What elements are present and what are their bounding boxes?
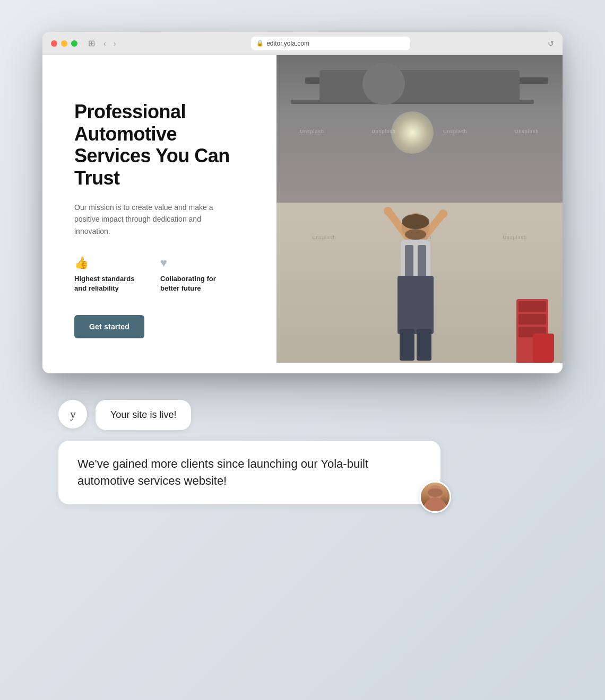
- feature-2-label: Collaborating for better future: [160, 274, 229, 293]
- site-content: Professional Automotive Services You Can…: [42, 55, 563, 373]
- address-bar[interactable]: 🔒 editor.yola.com: [251, 37, 410, 50]
- yola-avatar: y: [58, 400, 87, 428]
- chat-bubble-1-text: Your site is live!: [110, 409, 176, 420]
- workshop-floor: Unsplash Unsplash Unsplash: [276, 203, 563, 363]
- car-image-top: Unsplash Unsplash Unsplash Unsplash: [276, 55, 563, 203]
- svg-point-3: [439, 209, 447, 218]
- watermark-3: Unsplash: [443, 129, 468, 134]
- watermark-1: Unsplash: [300, 129, 325, 134]
- feature-1: 👍 Highest standards and reliability: [74, 256, 143, 293]
- mechanic-figure: [373, 202, 458, 363]
- heart-icon: ♥: [160, 256, 229, 270]
- url-text: editor.yola.com: [266, 40, 309, 47]
- chat-bubble-2: We've gained more clients since launchin…: [58, 441, 440, 504]
- thumbs-up-icon: 👍: [74, 256, 143, 270]
- address-bar-wrap: 🔒 editor.yola.com: [124, 37, 537, 50]
- site-right-panel: Unsplash Unsplash Unsplash Unsplash: [276, 55, 563, 373]
- forward-button[interactable]: ›: [111, 38, 118, 49]
- chat-row-1: y Your site is live!: [58, 400, 547, 430]
- svg-rect-9: [405, 245, 413, 282]
- watermark-2: Unsplash: [371, 129, 396, 134]
- chat-bubble-2-text: We've gained more clients since launchin…: [77, 456, 421, 489]
- hero-image: Unsplash Unsplash Unsplash Unsplash: [276, 55, 563, 363]
- watermark-7: Unsplash: [503, 235, 527, 240]
- svg-point-16: [426, 497, 445, 512]
- svg-point-14: [428, 488, 443, 497]
- reload-button[interactable]: ↺: [548, 39, 554, 48]
- chat-row-2: We've gained more clients since launchin…: [58, 441, 547, 504]
- browser-chrome: ⊞ ‹ › 🔒 editor.yola.com ↺: [42, 32, 563, 55]
- svg-point-2: [384, 207, 392, 215]
- site-description: Our mission is to create value and make …: [74, 202, 223, 237]
- watermark-6: Unsplash: [408, 235, 432, 240]
- sidebar-toggle-icon[interactable]: ⊞: [88, 38, 95, 48]
- site-heading: Professional Automotive Services You Can…: [74, 101, 250, 189]
- traffic-lights: [51, 40, 77, 47]
- user-avatar: [419, 481, 451, 513]
- site-left-panel: Professional Automotive Services You Can…: [42, 55, 276, 373]
- get-started-button[interactable]: Get started: [74, 315, 144, 338]
- feature-1-label: Highest standards and reliability: [74, 274, 143, 293]
- watermark-5: Unsplash: [312, 235, 336, 240]
- user-face: [421, 483, 450, 511]
- svg-rect-11: [400, 329, 414, 361]
- browser-nav: ‹ ›: [101, 38, 118, 49]
- browser-window: ⊞ ‹ › 🔒 editor.yola.com ↺ Professional A…: [42, 32, 563, 373]
- chat-section: y Your site is live! We've gained more c…: [42, 400, 563, 504]
- lock-icon: 🔒: [256, 40, 264, 47]
- features-row: 👍 Highest standards and reliability ♥ Co…: [74, 256, 250, 293]
- maximize-button[interactable]: [71, 40, 77, 47]
- feature-2: ♥ Collaborating for better future: [160, 256, 229, 293]
- svg-rect-12: [417, 329, 431, 361]
- svg-point-5: [402, 214, 429, 229]
- watermark-4: Unsplash: [515, 129, 539, 134]
- back-button[interactable]: ‹: [101, 38, 108, 49]
- svg-rect-8: [397, 276, 434, 334]
- chat-bubble-1: Your site is live!: [96, 400, 191, 430]
- minimize-button[interactable]: [61, 40, 67, 47]
- svg-rect-10: [418, 245, 426, 282]
- close-button[interactable]: [51, 40, 57, 47]
- barrel: [533, 334, 554, 363]
